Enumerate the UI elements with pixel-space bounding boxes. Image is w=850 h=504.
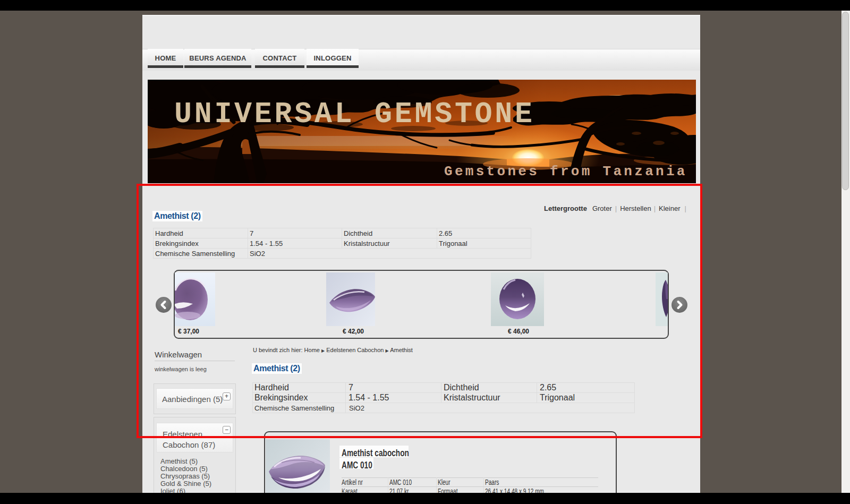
svg-text:Gemstones from Tanzania: Gemstones from Tanzania xyxy=(444,164,687,180)
svg-text:UNIVERSAL GEMSTONE: UNIVERSAL GEMSTONE xyxy=(174,98,535,131)
